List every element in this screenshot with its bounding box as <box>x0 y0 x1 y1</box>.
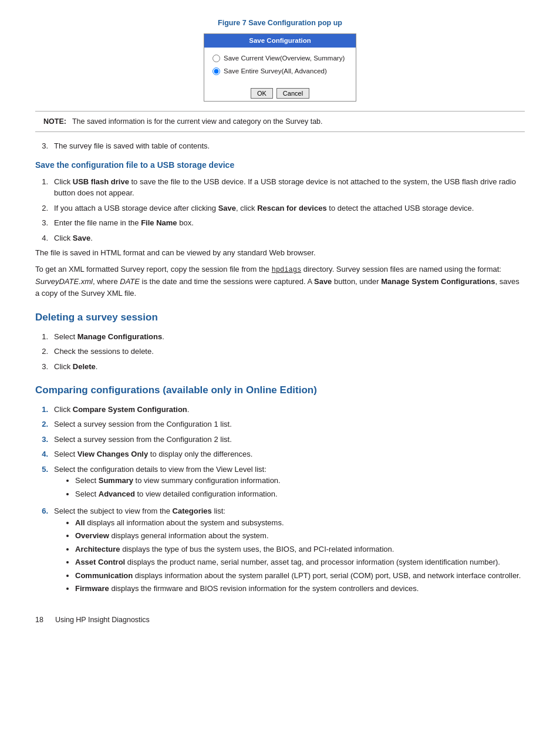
delete-section-heading: Deleting a survey session <box>35 310 525 325</box>
sub-bullet-advanced: Select Advanced to view detailed configu… <box>75 488 525 500</box>
compare-step-6-subs: All displays all information about the s… <box>75 517 525 595</box>
compare-step-5: 5. Select the configuration details to v… <box>35 464 525 502</box>
radio-option2[interactable]: Save Entire Survey(All, Advanced) <box>212 66 348 76</box>
radio-option1[interactable]: Save Current View(Overview, Summary) <box>212 53 348 63</box>
sub-bullet-communication: Communication displays information about… <box>75 570 525 582</box>
usb-step-1: 1. Click USB flash drive to save the fil… <box>35 176 525 199</box>
compare-step-5-subs: Select Summary to view summary configura… <box>75 475 525 499</box>
radio-input-1[interactable] <box>212 55 220 62</box>
usb-step-2: 2. If you attach a USB storage device af… <box>35 202 525 214</box>
usb-step-3: 3. Enter the file name in the File Name … <box>35 217 525 229</box>
ok-button[interactable]: OK <box>251 88 273 99</box>
usb-step-4: 4. Click Save. <box>35 232 525 244</box>
radio-input-2[interactable] <box>212 67 220 75</box>
dialog-container: Save Configuration Save Current View(Ove… <box>35 33 525 102</box>
dialog-buttons: OK Cancel <box>204 85 356 101</box>
note-box: NOTE: The saved information is for the c… <box>35 111 525 133</box>
compare-step-3: 3. Select a survey session from the Conf… <box>35 434 525 445</box>
compare-step-6: 6. Select the subject to view from the C… <box>35 505 525 597</box>
usb-para2: To get an XML formatted Survey report, c… <box>35 264 525 299</box>
compare-step-4: 4. Select View Changes Only to display o… <box>35 448 525 460</box>
sub-bullet-overview: Overview displays general information ab… <box>75 530 525 542</box>
page-footer: 18 Using HP Insight Diagnostics <box>35 615 525 626</box>
step-3-survey: 3. The survey file is saved with table o… <box>35 140 525 152</box>
delete-step-2: 2. Check the sessions to delete. <box>35 346 525 357</box>
comparing-section-heading: Comparing configurations (available only… <box>35 383 525 398</box>
compare-step-2: 2. Select a survey session from the Conf… <box>35 418 525 430</box>
radio-label-2: Save Entire Survey(All, Advanced) <box>224 66 327 76</box>
usb-para1: The file is saved in HTML format and can… <box>35 247 525 259</box>
cancel-button[interactable]: Cancel <box>276 88 309 99</box>
sub-bullet-firmware: Firmware displays the firmware and BIOS … <box>75 583 525 595</box>
usb-section-heading: Save the configuration file to a USB sto… <box>35 159 525 171</box>
delete-step-1: 1. Select Manage Configurations. <box>35 331 525 343</box>
sub-bullet-summary: Select Summary to view summary configura… <box>75 475 525 487</box>
sub-bullet-all: All displays all information about the s… <box>75 517 525 529</box>
delete-step-3: 3. Click Delete. <box>35 361 525 373</box>
dialog-title: Save Configuration <box>204 34 356 48</box>
sub-bullet-asset-control: Asset Control displays the product name,… <box>75 556 525 568</box>
note-label: NOTE: <box>43 116 66 127</box>
footer-text: Using HP Insight Diagnostics <box>55 615 150 626</box>
dialog-box: Save Configuration Save Current View(Ove… <box>204 33 356 102</box>
compare-step-1: 1. Click Compare System Configuration. <box>35 404 525 416</box>
note-text: The saved information is for the current… <box>72 116 323 127</box>
figure-caption: Figure 7 Save Configuration pop up <box>35 18 525 29</box>
page-number: 18 <box>35 615 43 626</box>
radio-label-1: Save Current View(Overview, Summary) <box>224 53 345 63</box>
sub-bullet-architecture: Architecture displays the type of bus th… <box>75 544 525 555</box>
